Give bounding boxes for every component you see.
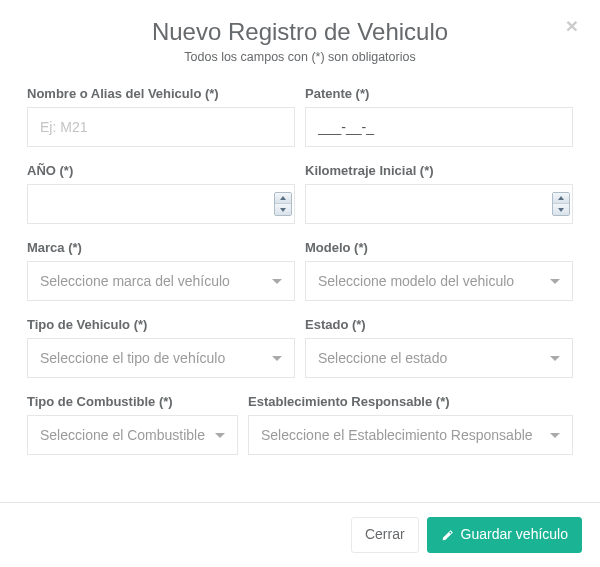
brand-select[interactable]: Seleccione marca del vehículo xyxy=(27,261,295,301)
type-select-text: Seleccione el tipo de vehículo xyxy=(40,350,262,366)
close-icon[interactable]: × xyxy=(560,14,584,37)
mileage-label: Kilometraje Inicial (*) xyxy=(305,163,573,178)
save-button-label: Guardar vehículo xyxy=(461,525,568,545)
chevron-down-icon[interactable] xyxy=(275,204,291,215)
state-select[interactable]: Seleccione el estado xyxy=(305,338,573,378)
plate-label: Patente (*) xyxy=(305,86,573,101)
chevron-down-icon xyxy=(272,356,282,361)
establishment-select-text: Seleccione el Establecimiento Responsabl… xyxy=(261,427,540,443)
state-label: Estado (*) xyxy=(305,317,573,332)
chevron-up-icon[interactable] xyxy=(275,193,291,204)
chevron-up-icon[interactable] xyxy=(553,193,569,204)
year-stepper[interactable] xyxy=(274,192,292,216)
fuel-label: Tipo de Combustible (*) xyxy=(27,394,238,409)
chevron-down-icon xyxy=(550,279,560,284)
chevron-down-icon xyxy=(272,279,282,284)
modal-header: × Nuevo Registro de Vehiculo Todos los c… xyxy=(0,0,600,76)
fuel-select-text: Seleccione el Combustible xyxy=(40,427,205,443)
brand-select-text: Seleccione marca del vehículo xyxy=(40,273,262,289)
name-input[interactable] xyxy=(27,107,295,147)
type-select[interactable]: Seleccione el tipo de vehículo xyxy=(27,338,295,378)
mileage-stepper[interactable] xyxy=(552,192,570,216)
model-select[interactable]: Seleccione modelo del vehiculo xyxy=(305,261,573,301)
modal-subtitle: Todos los campos con (*) son obligatorio… xyxy=(20,50,580,64)
name-label: Nombre o Alias del Vehiculo (*) xyxy=(27,86,295,101)
model-select-text: Seleccione modelo del vehiculo xyxy=(318,273,540,289)
model-label: Modelo (*) xyxy=(305,240,573,255)
chevron-down-icon[interactable] xyxy=(553,204,569,215)
chevron-down-icon xyxy=(550,356,560,361)
chevron-down-icon xyxy=(550,433,560,438)
save-button[interactable]: Guardar vehículo xyxy=(427,517,582,553)
close-button-label: Cerrar xyxy=(365,525,405,545)
vehicle-modal: × Nuevo Registro de Vehiculo Todos los c… xyxy=(0,0,600,567)
close-button[interactable]: Cerrar xyxy=(351,517,419,553)
type-label: Tipo de Vehiculo (*) xyxy=(27,317,295,332)
modal-body: Nombre o Alias del Vehiculo (*) Patente … xyxy=(0,76,600,471)
modal-footer: Cerrar Guardar vehículo xyxy=(0,502,600,567)
modal-title: Nuevo Registro de Vehiculo xyxy=(20,18,580,46)
edit-icon xyxy=(441,528,455,542)
plate-input[interactable] xyxy=(305,107,573,147)
brand-label: Marca (*) xyxy=(27,240,295,255)
establishment-label: Establecimiento Responsable (*) xyxy=(248,394,573,409)
year-label: AÑO (*) xyxy=(27,163,295,178)
fuel-select[interactable]: Seleccione el Combustible xyxy=(27,415,238,455)
mileage-input[interactable] xyxy=(305,184,573,224)
chevron-down-icon xyxy=(215,433,225,438)
year-input[interactable] xyxy=(27,184,295,224)
establishment-select[interactable]: Seleccione el Establecimiento Responsabl… xyxy=(248,415,573,455)
state-select-text: Seleccione el estado xyxy=(318,350,540,366)
